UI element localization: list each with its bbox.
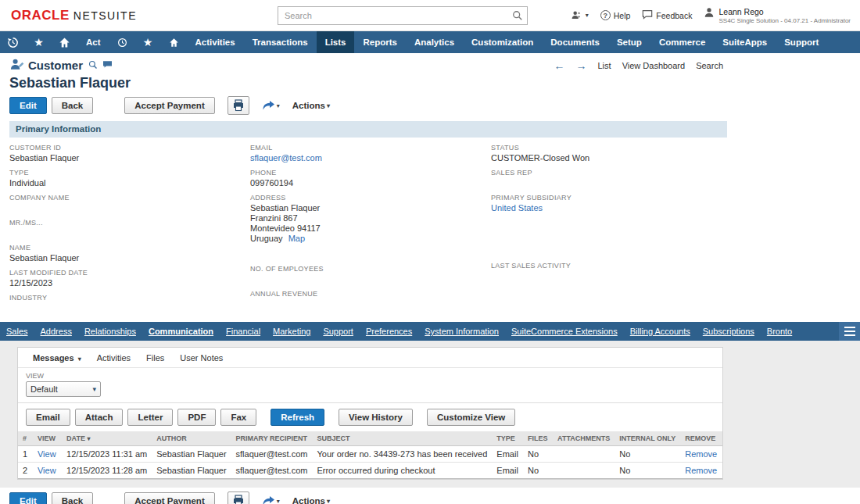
primary-subsidiary-link[interactable]: United States xyxy=(491,203,543,213)
pdf-button[interactable]: PDF xyxy=(177,409,216,426)
customize-view-button[interactable]: Customize View xyxy=(427,409,515,426)
shortcuts-star-icon[interactable]: ★ xyxy=(135,31,161,53)
table-row: 2 View 12/15/2023 11:28 am Sebastian Fla… xyxy=(18,463,722,479)
print-button[interactable] xyxy=(228,491,249,504)
feedback-label: Feedback xyxy=(656,11,692,20)
help-label: Help xyxy=(614,11,631,20)
remove-message-link[interactable]: Remove xyxy=(685,449,717,459)
chevron-down-icon: ▾ xyxy=(327,102,330,109)
tab-preferences[interactable]: Preferences xyxy=(360,327,418,336)
nav-item-customization[interactable]: Customization xyxy=(463,31,542,53)
record-nav-search-link[interactable]: Search xyxy=(696,61,723,70)
tab-financial[interactable]: Financial xyxy=(220,327,267,336)
nav-item-activities[interactable]: Activities xyxy=(187,31,244,53)
recent-records-icon[interactable] xyxy=(102,60,113,70)
edit-button[interactable]: Edit xyxy=(9,97,47,114)
tab-suitecommerce-extensions[interactable]: SuiteCommerce Extensions xyxy=(505,327,624,336)
netsuite-logo[interactable]: ORACLE NETSUITE xyxy=(11,8,137,23)
view-message-link[interactable]: View xyxy=(38,466,56,475)
map-link[interactable]: Map xyxy=(288,234,305,243)
roles-icon[interactable]: ▾ xyxy=(571,10,589,20)
tab-list-menu-icon[interactable] xyxy=(839,322,860,341)
record-header: Customer ← → List View Dashboard Search xyxy=(0,53,860,73)
nav-item-act-truncated[interactable]: Act xyxy=(77,31,109,53)
subtab-user-notes[interactable]: User Notes xyxy=(173,352,230,364)
nav-item-suiteapps[interactable]: SuiteApps xyxy=(714,31,776,53)
chevron-down-icon: ▾ xyxy=(92,385,96,393)
field-name: NAME Sebastian Flaquer xyxy=(9,244,250,263)
subtab-messages[interactable]: Messages ▾ xyxy=(26,352,88,364)
nav-item-analytics[interactable]: Analytics xyxy=(406,31,463,53)
nav-item-documents[interactable]: Documents xyxy=(542,31,608,53)
netsuite-logo-text: NETSUITE xyxy=(73,9,137,22)
email-link[interactable]: sflaquer@test.com xyxy=(250,153,322,163)
nav-item-setup[interactable]: Setup xyxy=(608,31,650,53)
field-email: EMAIL sflaquer@test.com xyxy=(250,144,491,163)
feedback-menu[interactable]: Feedback xyxy=(642,9,692,21)
attach-button[interactable]: Attach xyxy=(75,409,124,426)
recent-records-icon[interactable] xyxy=(109,31,135,53)
record-nav: ← → List View Dashboard Search xyxy=(554,60,724,71)
edit-button[interactable]: Edit xyxy=(9,492,47,504)
nav-item-commerce[interactable]: Commerce xyxy=(650,31,714,53)
fax-button[interactable]: Fax xyxy=(220,409,256,426)
home-icon[interactable] xyxy=(161,31,187,53)
record-nav-list-link[interactable]: List xyxy=(598,61,611,70)
view-message-link[interactable]: View xyxy=(38,449,56,459)
subtab-files[interactable]: Files xyxy=(139,352,171,364)
letter-button[interactable]: Letter xyxy=(127,409,173,426)
shortcuts-star-icon[interactable]: ★ xyxy=(26,31,52,53)
record-nav-view-dashboard-link[interactable]: View Dashboard xyxy=(622,61,686,70)
actions-menu-button[interactable]: Actions ▾ xyxy=(292,496,330,504)
remove-message-link[interactable]: Remove xyxy=(685,466,717,475)
tab-bronto[interactable]: Bronto xyxy=(761,327,798,336)
print-button[interactable] xyxy=(228,96,249,115)
forward-arrow-icon[interactable]: → xyxy=(576,60,587,71)
record-type-label: Customer xyxy=(28,59,83,72)
nav-item-transactions[interactable]: Transactions xyxy=(244,31,317,53)
chevron-down-icon: ▾ xyxy=(78,356,81,363)
refresh-button[interactable]: Refresh xyxy=(271,409,324,426)
nav-item-lists[interactable]: Lists xyxy=(317,31,355,53)
history-icon[interactable] xyxy=(0,31,26,53)
primary-information-header[interactable]: Primary Information xyxy=(9,121,727,138)
communication-panel: Messages ▾ Activities Files User Notes V… xyxy=(17,347,723,480)
chevron-down-icon: ▾ xyxy=(277,498,280,504)
tab-subscriptions[interactable]: Subscriptions xyxy=(697,327,761,336)
tab-communication[interactable]: Communication xyxy=(142,327,220,336)
actions-menu-button[interactable]: Actions ▾ xyxy=(292,101,330,110)
subtab-activities[interactable]: Activities xyxy=(90,352,138,364)
back-arrow-icon[interactable]: ← xyxy=(554,60,565,71)
search-icon[interactable] xyxy=(512,10,523,23)
back-button[interactable]: Back xyxy=(52,97,94,114)
email-button[interactable]: Email xyxy=(26,409,70,426)
accept-payment-button[interactable]: Accept Payment xyxy=(124,97,214,114)
record-tab-bar: Sales Address Relationships Communicatio… xyxy=(0,322,860,341)
tab-address[interactable]: Address xyxy=(34,327,78,336)
tab-sales[interactable]: Sales xyxy=(0,327,34,336)
header-actions: ▾ ? Help Feedback Leann Rego SS4C Single… xyxy=(571,7,851,24)
view-history-button[interactable]: View History xyxy=(339,409,413,426)
view-select[interactable]: Default ▾ xyxy=(26,381,101,397)
user-name: Leann Rego xyxy=(718,7,851,16)
tab-marketing[interactable]: Marketing xyxy=(267,327,317,336)
sort-desc-icon: ▾ xyxy=(87,435,90,442)
tab-support[interactable]: Support xyxy=(317,327,360,336)
accept-payment-button[interactable]: Accept Payment xyxy=(124,492,214,504)
home-icon[interactable] xyxy=(52,31,77,53)
nav-item-support[interactable]: Support xyxy=(776,31,827,53)
export-button[interactable]: ▾ xyxy=(262,100,280,112)
tab-system-information[interactable]: System Information xyxy=(418,327,505,336)
date-column-sort[interactable]: DATE ▾ xyxy=(62,431,152,446)
help-icon: ? xyxy=(600,10,611,20)
nav-item-reports[interactable]: Reports xyxy=(354,31,405,53)
back-button[interactable]: Back xyxy=(52,492,94,504)
global-search xyxy=(278,6,528,25)
quick-search-icon[interactable] xyxy=(88,60,98,71)
global-search-input[interactable] xyxy=(278,6,528,25)
tab-relationships[interactable]: Relationships xyxy=(78,327,142,336)
tab-billing-accounts[interactable]: Billing Accounts xyxy=(624,327,697,336)
help-menu[interactable]: ? Help xyxy=(600,10,631,20)
export-button[interactable]: ▾ xyxy=(262,495,280,504)
user-menu[interactable]: Leann Rego SS4C Single Solution - 04.07.… xyxy=(704,7,851,24)
